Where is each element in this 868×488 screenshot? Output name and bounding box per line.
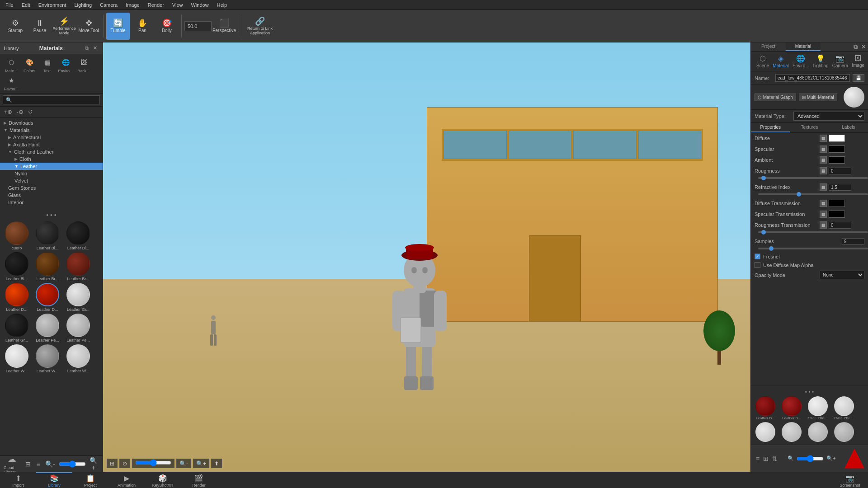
swatch-5[interactable] (754, 422, 777, 442)
subtab-labels[interactable]: Labels (829, 123, 868, 132)
material-item-leather-d-2[interactable]: Leather D... (33, 283, 61, 312)
swatch-leather-d1[interactable]: Leather D... (754, 396, 777, 420)
opacity-mode-select[interactable]: None (820, 271, 864, 279)
tab-materials[interactable]: ⬡ Mate... (3, 56, 20, 73)
tumble-button[interactable]: 🔄 Tumble (106, 13, 130, 40)
menu-edit[interactable]: Edit (18, 1, 34, 9)
tree-item-velvet[interactable]: Velvet (0, 177, 103, 184)
save-material-name-button[interactable]: 💾 (853, 74, 864, 82)
material-item-leather-bl-1[interactable]: Leather Bl... (33, 221, 61, 250)
swatch-zmat-2[interactable]: ZMat_ZBru... (832, 396, 856, 420)
menu-camera[interactable]: Camera (96, 1, 121, 9)
grid-view-button[interactable]: ⊞ (24, 456, 33, 472)
material-item-cuero[interactable]: cuero (3, 221, 31, 250)
vp-zoom-in[interactable]: 🔍+ (193, 459, 209, 468)
material-item-leather-bl-3[interactable]: Leather Bl... (3, 252, 31, 281)
ambient-color-swatch[interactable] (829, 156, 845, 164)
samples-slider[interactable] (758, 248, 868, 249)
vp-upload-button[interactable]: ⬆ (211, 459, 222, 468)
multi-material-button[interactable]: ⊞ Multi-Material (799, 94, 837, 101)
menu-window[interactable]: Window (187, 1, 212, 9)
diffuse-map-alpha-checkbox[interactable] (755, 262, 760, 268)
refractive-texture-button[interactable]: ▦ (820, 183, 827, 191)
zoom-out-button[interactable]: 🔍- (43, 456, 57, 472)
move-tool-button[interactable]: ✥ Move Tool (77, 13, 100, 40)
tree-item-materials[interactable]: ▼ Materials (0, 127, 103, 134)
favorites-icon[interactable]: ★ (4, 74, 19, 87)
perspective-button[interactable]: ⬛ Perspective (212, 13, 236, 40)
tab-colors[interactable]: 🎨 Colors (21, 56, 38, 73)
tab-environments[interactable]: 🌐 Enviro... (57, 56, 74, 73)
menu-environment[interactable]: Environment (35, 1, 70, 9)
material-graph-button[interactable]: ⬡ Material Graph (755, 94, 796, 101)
startup-button[interactable]: ⚙ Startup (4, 13, 27, 40)
diffuse-color-swatch[interactable] (829, 135, 845, 142)
specular-color-swatch[interactable] (829, 145, 845, 153)
tab-favorites[interactable]: ★ Favou... (3, 74, 20, 91)
material-item-leather-gr-1[interactable]: Leather Gr... (64, 283, 92, 312)
panel-popout-button[interactable]: ⧉ (852, 42, 859, 51)
zoom-slider[interactable] (59, 456, 86, 472)
tree-item-gem-stones[interactable]: Gem Stones (0, 184, 103, 192)
diff-trans-texture-button[interactable]: ▦ (820, 200, 827, 207)
subtab-textures[interactable]: Textures (790, 123, 829, 132)
panel-close-rp-button[interactable]: ✕ (859, 42, 868, 51)
menu-render[interactable]: Render (144, 1, 168, 9)
roughness-texture-button[interactable]: ▦ (820, 167, 827, 174)
project-tool[interactable]: 📋 Project (72, 472, 108, 488)
keyshot-logo[interactable] (844, 449, 864, 469)
dolly-button[interactable]: 🎯 Dolly (155, 13, 179, 40)
diffuse-texture-button[interactable]: ▦ (820, 135, 827, 142)
tree-item-axalta[interactable]: ▶ Axalta Paint (0, 141, 103, 148)
library-tool[interactable]: 📚 Library (36, 472, 72, 488)
samples-slider-thumb[interactable] (769, 246, 774, 251)
roughness-slider[interactable] (758, 177, 868, 179)
render-tool[interactable]: 🎬 Render (181, 472, 217, 488)
list-view-button[interactable]: ≡ (34, 456, 42, 472)
tree-item-architectural[interactable]: ▶ Architectural (0, 134, 103, 141)
rp-grid-view[interactable]: ⊞ (762, 454, 770, 464)
rp-lighting-tab[interactable]: 💡 Lighting (811, 53, 830, 69)
return-to-link-button[interactable]: 🔗 Return to Link Application (242, 13, 278, 40)
search-input[interactable] (3, 95, 100, 104)
add-to-favorites-button[interactable]: +⊕ (2, 108, 14, 116)
material-item-leather-gr-2[interactable]: Leather Gr... (3, 314, 31, 343)
diff-trans-color-swatch[interactable] (829, 200, 845, 207)
vp-zoom-slider[interactable] (132, 459, 175, 468)
material-item-leather-br-1[interactable]: Leather Br... (33, 252, 61, 281)
zoom-input[interactable] (184, 21, 212, 31)
menu-view[interactable]: View (169, 1, 187, 9)
roughness-input[interactable] (829, 168, 851, 174)
rp-camera-tab[interactable]: 📷 Camera (830, 53, 850, 69)
ambient-texture-button[interactable]: ▦ (820, 156, 827, 164)
material-name-input[interactable] (775, 74, 850, 82)
rough-trans-texture-button[interactable]: ▦ (820, 221, 827, 229)
refractive-slider-thumb[interactable] (797, 192, 801, 197)
tree-item-downloads[interactable]: ▶ Downloads (0, 119, 103, 127)
material-item-leather-bl-2[interactable]: Leather Bl... (64, 221, 92, 250)
spec-trans-color-swatch[interactable] (829, 211, 845, 218)
vp-grid-button[interactable]: ⊞ (107, 459, 118, 468)
keyshotxr-tool[interactable]: 🎲 KeyShotXR (145, 472, 181, 488)
vp-dots-button[interactable]: ⊙ (119, 459, 130, 468)
tab-project[interactable]: Project (751, 42, 786, 51)
swatch-7[interactable] (806, 422, 830, 442)
refractive-slider[interactable] (758, 193, 868, 195)
subtab-properties[interactable]: Properties (751, 123, 790, 132)
rp-material-tab[interactable]: ◈ Material (771, 53, 791, 69)
performance-mode-button[interactable]: ⚡ Performance Mode (52, 13, 76, 40)
fresnel-checkbox[interactable]: ✓ (755, 253, 760, 259)
material-item-leather-br-2[interactable]: Leather Br... (64, 252, 92, 281)
viewport[interactable]: ⊞ ⊙ 🔍- 🔍+ ⬆ (103, 42, 750, 472)
spec-trans-texture-button[interactable]: ▦ (820, 211, 827, 218)
material-item-leather-w-3[interactable]: Leather W... (64, 344, 92, 373)
swatch-6[interactable] (780, 422, 803, 442)
material-item-leather-w-1[interactable]: Leather W... (3, 344, 31, 373)
colors-icon[interactable]: 🎨 (22, 56, 37, 69)
tree-item-cloth[interactable]: ▶ Cloth (0, 155, 103, 163)
rp-sort-view[interactable]: ⇅ (771, 454, 779, 464)
material-item-leather-d-1[interactable]: Leather D... (3, 283, 31, 312)
animation-tool[interactable]: ▶ Animation (108, 472, 145, 488)
samples-input[interactable] (842, 238, 864, 245)
textures-icon[interactable]: ▦ (40, 56, 55, 69)
